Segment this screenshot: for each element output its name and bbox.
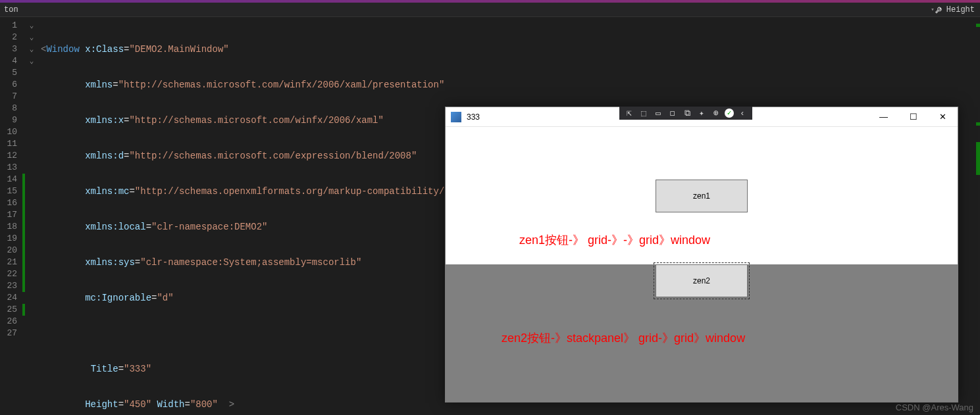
window-title: 333 — [467, 112, 480, 122]
window-controls: — ☐ ✕ — [869, 107, 958, 126]
editor-toolbar: ton ▾ Height — [0, 3, 980, 17]
context-label: ton — [4, 5, 18, 14]
check-icon[interactable]: ✓ — [725, 109, 734, 118]
tool-icon[interactable]: ⬚ — [638, 108, 650, 118]
designer-content-grid[interactable]: zen1 zen1按钮-》 grid-》-》grid》window zen2 z… — [446, 127, 958, 402]
toolbar-left-context[interactable]: ton — [0, 5, 22, 14]
designer-titlebar[interactable]: 333 ⇱ ⬚ ▭ ◻ ⧉ ✦ ⊕ ✓ ‹ — ☐ ✕ — [446, 107, 958, 127]
property-label: Height — [946, 5, 975, 14]
fold-icon[interactable]: ⌄ — [25, 32, 38, 43]
toolbar-right-property[interactable]: Height — [935, 5, 980, 14]
scrollbar-markers — [976, 17, 980, 401]
wrench-icon — [935, 5, 944, 14]
app-icon — [451, 112, 461, 122]
fold-icon[interactable]: ⌄ — [25, 20, 38, 32]
tool-icon[interactable]: ⊕ — [710, 108, 722, 118]
fold-icon[interactable]: ⌄ — [25, 55, 38, 67]
annotation-zen1: zen1按钮-》 grid-》-》grid》window — [519, 232, 710, 248]
maximize-button[interactable]: ☐ — [898, 107, 928, 126]
grid-row-0[interactable]: zen1 zen1按钮-》 grid-》-》grid》window — [446, 127, 958, 264]
watermark: CSDN @Ares-Wang — [896, 403, 973, 412]
designer-preview-window[interactable]: 333 ⇱ ⬚ ▭ ◻ ⧉ ✦ ⊕ ✓ ‹ — ☐ ✕ zen1 zen1按钮-… — [445, 107, 958, 403]
tool-icon[interactable]: ✦ — [696, 108, 708, 118]
minimize-button[interactable]: — — [869, 107, 898, 126]
zen2-button[interactable]: zen2 — [656, 264, 748, 297]
fold-icon[interactable]: ⌄ — [25, 43, 38, 55]
annotation-zen2: zen2按钮-》stackpanel》 grid-》grid》window — [502, 330, 745, 346]
tool-icon[interactable]: ▭ — [652, 108, 664, 118]
chevron-left-icon[interactable]: ‹ — [736, 109, 748, 118]
close-button[interactable]: ✕ — [928, 107, 958, 126]
designer-tools-strip[interactable]: ⇱ ⬚ ▭ ◻ ⧉ ✦ ⊕ ✓ ‹ — [619, 107, 752, 120]
tool-icon[interactable]: ⧉ — [681, 109, 693, 118]
grid-row-1-stackpanel[interactable]: zen2 zen2按钮-》stackpanel》 grid-》grid》wind… — [446, 264, 958, 402]
tool-icon[interactable]: ◻ — [667, 108, 679, 118]
zen1-button[interactable]: zen1 — [656, 180, 748, 212]
line-number-gutter: 1234567891011121314151617181920212223242… — [0, 17, 22, 401]
tool-icon[interactable]: ⇱ — [623, 108, 635, 118]
fold-gutter: ⌄⌄⌄⌄ — [25, 17, 38, 401]
